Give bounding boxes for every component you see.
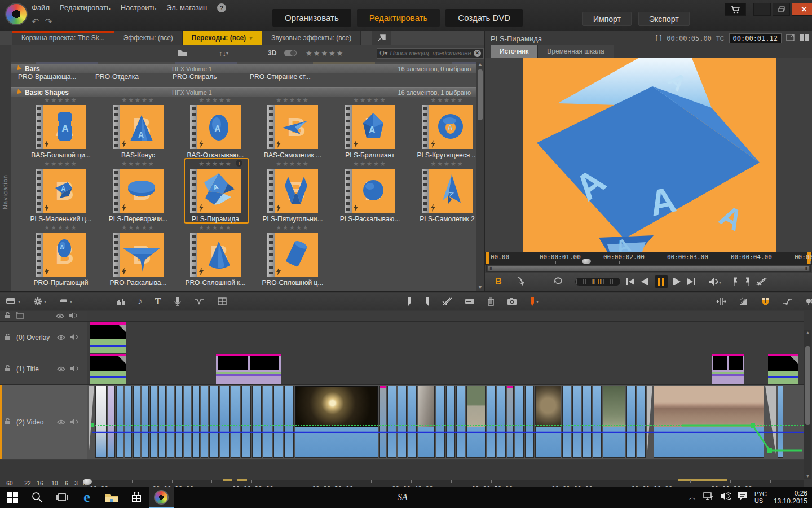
- step-back-button[interactable]: [641, 278, 648, 286]
- video-clip[interactable]: [408, 386, 417, 458]
- video-clip[interactable]: [626, 386, 636, 458]
- magnet-snap-icon[interactable]: [761, 297, 770, 306]
- mode-button[interactable]: Редактировать: [357, 9, 440, 27]
- library-scrollbar[interactable]: ▲ ▼: [476, 62, 484, 291]
- track-eye-icon[interactable]: [57, 364, 65, 374]
- video-clip[interactable]: [436, 386, 445, 458]
- video-clip[interactable]: [192, 386, 200, 458]
- video-clip[interactable]: [466, 386, 486, 458]
- overlay-track-lane[interactable]: [87, 321, 804, 353]
- mark-in-handle[interactable]: [486, 252, 489, 264]
- timeline-clip[interactable]: [90, 322, 126, 353]
- item-rating[interactable]: ★★★★★: [259, 224, 326, 231]
- view-all-eye-icon[interactable]: [56, 311, 64, 321]
- transition-item[interactable]: ★★★★★BPLS-Пятиугольни...: [259, 160, 326, 223]
- video-clip[interactable]: [446, 386, 455, 458]
- title-editor-icon[interactable]: T: [155, 296, 161, 307]
- volume-tray-icon[interactable]: [721, 492, 731, 503]
- timeline-clip[interactable]: [768, 354, 798, 384]
- transition-item[interactable]: ★★★★★BPRO-Раскалыва...: [104, 224, 172, 287]
- store-icon[interactable]: [124, 487, 149, 508]
- volume-icon[interactable]: ▾: [708, 277, 722, 286]
- mark-in-flag-icon[interactable]: [733, 277, 739, 286]
- language-indicator[interactable]: РУСUS: [754, 491, 767, 504]
- transition-thumbnail[interactable]: B: [113, 169, 164, 213]
- preview-ruler[interactable]: 00.0000:00:01.0000:00:02.0000:00:03.0000…: [485, 252, 812, 265]
- mute-all-speaker-icon[interactable]: [69, 311, 77, 321]
- item-rating[interactable]: ★★★★★: [27, 224, 95, 231]
- transition-thumbnail[interactable]: B: [267, 169, 318, 213]
- video-clip[interactable]: [175, 386, 183, 458]
- transition-thumbnail[interactable]: AA: [36, 105, 86, 149]
- video-clip[interactable]: [562, 386, 571, 458]
- sort-icon[interactable]: ↑↓▾: [219, 49, 228, 58]
- video-clip[interactable]: [150, 386, 157, 458]
- transition-item[interactable]: ★★★★★BABAS-Конус: [104, 97, 172, 159]
- track-speaker-icon[interactable]: [70, 364, 78, 374]
- video-clip[interactable]: [515, 386, 524, 458]
- transition-thumbnail[interactable]: A: [422, 169, 473, 213]
- search-icon[interactable]: Q▾: [379, 50, 387, 57]
- video-clip[interactable]: [201, 386, 208, 458]
- undo-button[interactable]: ↶: [32, 16, 39, 27]
- pinnacle-studio-taskbar-icon[interactable]: [149, 487, 174, 508]
- scrub-mode-icon[interactable]: [756, 277, 767, 286]
- shop-cart-button[interactable]: [725, 3, 746, 16]
- track-size-icon[interactable]: ▾: [59, 297, 72, 305]
- transition-thumbnail[interactable]: A: [422, 105, 473, 149]
- video-clip[interactable]: [593, 386, 602, 458]
- item-rating[interactable]: ★★★★★: [413, 160, 476, 168]
- video-clip[interactable]: [273, 386, 283, 458]
- video-track-lane[interactable]: [87, 384, 804, 459]
- audio-mixer-icon[interactable]: [116, 297, 125, 306]
- track-header[interactable]: (2) Video: [0, 384, 87, 459]
- action-center-icon[interactable]: [738, 492, 748, 503]
- loop-playback-icon[interactable]: [553, 276, 564, 287]
- transition-thumbnail[interactable]: BA: [36, 169, 86, 213]
- library-tab[interactable]: Звуковые эффекты: (все): [262, 31, 361, 45]
- video-clip[interactable]: [778, 386, 783, 458]
- item-rating[interactable]: ★★★★★: [182, 97, 249, 104]
- transition-thumbnail[interactable]: B: [267, 105, 318, 149]
- video-clip[interactable]: [647, 386, 652, 458]
- step-forward-button[interactable]: [673, 278, 681, 286]
- video-clip[interactable]: [398, 386, 407, 458]
- video-clip[interactable]: [295, 386, 378, 458]
- transition-item[interactable]: ★★★★★BBAS-Самолетик ...: [259, 97, 326, 159]
- transition-item[interactable]: ★★★★★BPLS-Раскалываю...: [336, 160, 404, 223]
- keyframe-editor-icon[interactable]: [783, 298, 793, 305]
- video-clip[interactable]: [582, 386, 592, 458]
- export-button[interactable]: Экспорт: [638, 12, 690, 26]
- video-clip[interactable]: [241, 386, 251, 458]
- marker-in-icon[interactable]: [407, 297, 412, 306]
- search-clear-icon[interactable]: ✕: [474, 50, 481, 57]
- transition-item[interactable]: ★★★★★BPRO-Сплошной к...: [182, 224, 249, 287]
- clock[interactable]: 0:2613.10.2015: [774, 489, 807, 505]
- preview-tab[interactable]: Временная шкала: [538, 45, 614, 58]
- video-clip[interactable]: [379, 386, 386, 458]
- item-rating[interactable]: ★★★★★: [182, 224, 249, 231]
- track-lock-icon[interactable]: [5, 364, 11, 374]
- timeline-vertical-scrollbar[interactable]: ▲ ▼: [804, 330, 811, 479]
- navigation-strip[interactable]: Navigation: [0, 45, 11, 291]
- fullscreen-icon[interactable]: [786, 34, 795, 43]
- video-clip[interactable]: [525, 386, 534, 458]
- search-input[interactable]: [390, 50, 471, 56]
- preview-playhead-handle[interactable]: [582, 259, 591, 264]
- dual-view-icon[interactable]: [799, 34, 809, 43]
- transition-item[interactable]: ★★★★★APLS-Самолетик 2: [413, 160, 476, 223]
- video-clip[interactable]: [497, 386, 506, 458]
- redo-button[interactable]: ↷: [45, 16, 52, 27]
- track-header[interactable]: (1) Title: [0, 353, 87, 384]
- edge-browser-icon[interactable]: e: [74, 487, 99, 508]
- item-rating[interactable]: ★★★★★: [259, 160, 326, 168]
- video-clip[interactable]: [184, 386, 191, 458]
- pin-panel-icon[interactable]: [372, 31, 391, 45]
- send-to-timeline-icon[interactable]: [514, 275, 526, 288]
- transition-item[interactable]: ★★★★★BAPRO-Прыгающий: [27, 224, 95, 287]
- video-clip[interactable]: [142, 386, 149, 458]
- video-clip[interactable]: [252, 386, 262, 458]
- video-clip[interactable]: [603, 386, 625, 458]
- minimize-button[interactable]: –: [753, 3, 771, 16]
- track-eye-icon[interactable]: [57, 417, 65, 427]
